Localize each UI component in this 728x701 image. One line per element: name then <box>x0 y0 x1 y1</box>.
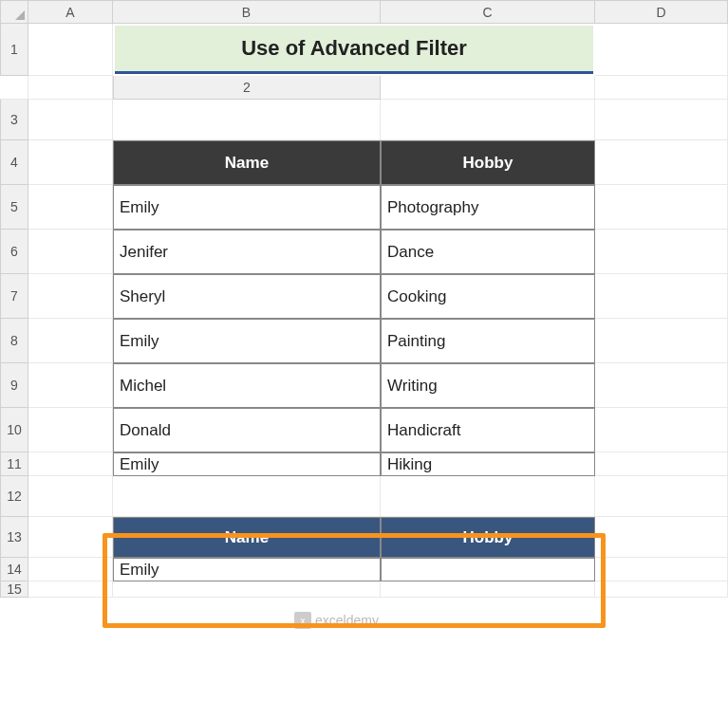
row-header-6[interactable]: 6 <box>0 230 28 274</box>
cell-D2[interactable] <box>595 76 728 100</box>
table-row[interactable]: Photography <box>381 185 595 230</box>
filter-header-hobby[interactable]: Hobby <box>381 517 595 558</box>
row-header-8[interactable]: 8 <box>0 319 28 363</box>
cell-A9[interactable] <box>28 363 113 408</box>
cell-B3[interactable] <box>113 100 381 140</box>
row-header-2[interactable]: 2 <box>113 76 381 100</box>
cell-A3[interactable] <box>28 100 113 140</box>
row-header-1[interactable]: 1 <box>0 24 28 76</box>
table-row[interactable]: Dance <box>381 230 595 274</box>
cell-A6[interactable] <box>28 230 113 274</box>
cell-D4[interactable] <box>595 140 728 185</box>
row-header-13[interactable]: 13 <box>0 517 28 558</box>
col-header-C[interactable]: C <box>381 0 595 24</box>
cell-D7[interactable] <box>595 274 728 319</box>
filter-header-name[interactable]: Name <box>113 517 381 558</box>
table-row[interactable]: Handicraft <box>381 408 595 452</box>
cell-B12[interactable] <box>113 476 381 517</box>
cell-D10[interactable] <box>595 408 728 452</box>
table-row[interactable]: Emily <box>113 452 381 476</box>
cell-D9[interactable] <box>595 363 728 408</box>
table-row[interactable]: Michel <box>113 363 381 408</box>
cell-B1[interactable] <box>595 24 728 76</box>
cell-D12[interactable] <box>595 476 728 517</box>
cell-B15[interactable] <box>113 581 381 598</box>
table-row[interactable]: Sheryl <box>113 274 381 319</box>
row-header-9[interactable]: 9 <box>0 363 28 408</box>
cell-C15[interactable] <box>381 581 595 598</box>
cell-A13[interactable] <box>28 517 113 558</box>
col-header-D[interactable]: D <box>595 0 728 24</box>
page-title[interactable]: Use of Advanced Filter <box>115 26 593 74</box>
watermark: x exceldemy <box>294 612 379 629</box>
cell-A12[interactable] <box>28 476 113 517</box>
row-header-10[interactable]: 10 <box>0 408 28 452</box>
cell-D11[interactable] <box>595 452 728 476</box>
row-header-3[interactable]: 3 <box>0 100 28 140</box>
cell-A4[interactable] <box>28 140 113 185</box>
table-row[interactable]: Writing <box>381 363 595 408</box>
cell-D6[interactable] <box>595 230 728 274</box>
main-header-hobby[interactable]: Hobby <box>381 140 595 185</box>
table-row[interactable]: Painting <box>381 319 595 363</box>
table-row[interactable]: Hiking <box>381 452 595 476</box>
cell-A14[interactable] <box>28 558 113 581</box>
cell-D1[interactable] <box>28 76 113 100</box>
cell-D15[interactable] <box>595 581 728 598</box>
cell-A2[interactable] <box>381 76 595 100</box>
watermark-text: exceldemy <box>315 613 379 628</box>
row-header-11[interactable]: 11 <box>0 452 28 476</box>
cell-D8[interactable] <box>595 319 728 363</box>
cell-D3[interactable] <box>595 100 728 140</box>
table-row[interactable]: Donald <box>113 408 381 452</box>
row-header-14[interactable]: 14 <box>0 558 28 581</box>
table-row[interactable]: Cooking <box>381 274 595 319</box>
cell-D14[interactable] <box>595 558 728 581</box>
cell-A7[interactable] <box>28 274 113 319</box>
cell-D13[interactable] <box>595 517 728 558</box>
cell-A11[interactable] <box>28 452 113 476</box>
row-header-15[interactable]: 15 <box>0 581 28 598</box>
cell-A15[interactable] <box>28 581 113 598</box>
main-header-name[interactable]: Name <box>113 140 381 185</box>
row-header-5[interactable]: 5 <box>0 185 28 230</box>
cell-A8[interactable] <box>28 319 113 363</box>
cell-A10[interactable] <box>28 408 113 452</box>
cell-C1[interactable] <box>0 76 28 100</box>
row-header-12[interactable]: 12 <box>0 476 28 517</box>
table-row[interactable]: Emily <box>113 185 381 230</box>
row-header-4[interactable]: 4 <box>0 140 28 185</box>
col-header-A[interactable]: A <box>28 0 113 24</box>
cell-D5[interactable] <box>595 185 728 230</box>
col-header-B[interactable]: B <box>113 0 381 24</box>
cell-A5[interactable] <box>28 185 113 230</box>
cell-A1[interactable] <box>28 24 113 76</box>
select-all-corner[interactable] <box>0 0 28 24</box>
filter-row-hobby[interactable] <box>381 558 595 581</box>
logo-icon: x <box>294 612 311 629</box>
table-row[interactable]: Emily <box>113 319 381 363</box>
spreadsheet-grid: A B C D 1 2 Use of Advanced Filter 3 4 N… <box>0 0 728 598</box>
row-header-7[interactable]: 7 <box>0 274 28 319</box>
table-row[interactable]: Jenifer <box>113 230 381 274</box>
filter-row-name[interactable]: Emily <box>113 558 381 581</box>
cell-C12[interactable] <box>381 476 595 517</box>
cell-C3[interactable] <box>381 100 595 140</box>
